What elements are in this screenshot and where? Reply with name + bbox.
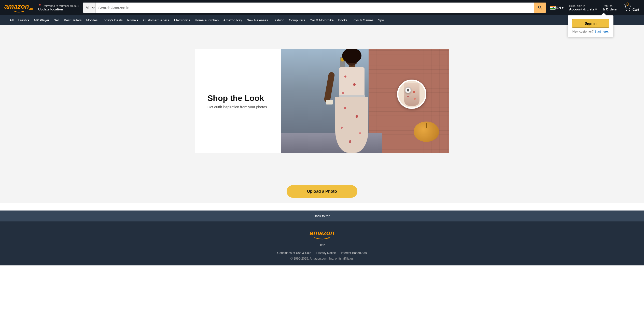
- upload-section: Upload a Photo: [0, 177, 644, 203]
- footer-logo: amazon: [310, 229, 334, 237]
- upload-photo-button[interactable]: Upload a Photo: [287, 185, 357, 198]
- nav-item-sell[interactable]: Sell: [51, 17, 62, 24]
- nav-item-more[interactable]: Spo...: [376, 17, 389, 24]
- lang-arrow: ▾: [562, 6, 564, 10]
- nav-item-new-releases[interactable]: New Releases: [244, 17, 270, 24]
- logo-text: amazon: [4, 3, 29, 10]
- nav-item-books[interactable]: Books: [336, 17, 350, 24]
- footer-copyright: © 1996-2025, Amazon.com, Inc. or its aff…: [0, 257, 644, 260]
- person-head: [345, 52, 358, 66]
- account-greeting: Hello, sign in: [569, 4, 597, 7]
- nav-item-mobiles[interactable]: Mobiles: [84, 17, 100, 24]
- dot-inner-1: [407, 89, 409, 92]
- nav-item-mx[interactable]: MX Player: [32, 17, 51, 24]
- cart-count: 0: [626, 2, 629, 7]
- person-figure: [329, 52, 375, 153]
- nav-item-prime[interactable]: Prime ▾: [125, 17, 141, 24]
- cart-area[interactable]: 0 Cart: [621, 1, 641, 14]
- logo-suffix: .in: [29, 6, 33, 10]
- location-top: 📍 Delivering to Mumbai 400001: [38, 4, 79, 7]
- back-to-top-bar[interactable]: Back to top: [0, 211, 644, 221]
- account-lists: Account & Lists ▾: [569, 7, 597, 11]
- amazon-logo[interactable]: amazon .in: [3, 1, 34, 14]
- india-flag: [550, 6, 556, 10]
- shop-container: Shop the Look Get outfit inspiration fro…: [161, 49, 483, 153]
- nav-item-computers[interactable]: Computers: [287, 17, 307, 24]
- cart-label: Cart: [633, 8, 639, 11]
- footer-links: Conditions of Use & Sale Privacy Notice …: [0, 251, 644, 255]
- search-input[interactable]: [96, 3, 534, 13]
- product-dot-1[interactable]: [405, 87, 411, 93]
- footer-conditions-link[interactable]: Conditions of Use & Sale: [277, 251, 311, 255]
- person-watch: [326, 100, 333, 104]
- nav-item-fresh[interactable]: Fresh ▾: [16, 17, 32, 24]
- nav-item-deals[interactable]: Today's Deals: [100, 17, 125, 24]
- footer-smile: [312, 237, 332, 240]
- nav-item-fashion[interactable]: Fashion: [270, 17, 287, 24]
- start-here-link[interactable]: Start here.: [594, 30, 609, 33]
- search-icon: [538, 5, 543, 10]
- footer-help-link[interactable]: Help: [319, 243, 326, 247]
- person-skirt: [335, 97, 368, 153]
- location-update: Update location: [38, 7, 79, 11]
- footer-ads-link[interactable]: Interest-Based Ads: [341, 251, 367, 255]
- returns-label: Returns: [603, 4, 617, 7]
- svg-point-1: [626, 10, 627, 11]
- account-menu[interactable]: Hello, sign in Account & Lists ▾: [567, 3, 599, 12]
- nav-item-electronics[interactable]: Electronics: [172, 17, 193, 24]
- orders-label: & Orders: [603, 7, 617, 11]
- nav-item-car[interactable]: Car & Motorbike: [307, 17, 336, 24]
- hero-image: [281, 49, 449, 153]
- new-customer-text: New customer? Start here.: [572, 30, 609, 33]
- search-category-select[interactable]: All: [83, 3, 96, 13]
- returns-area[interactable]: Returns & Orders: [601, 3, 619, 12]
- header: amazon .in 📍 Delivering to Mumbai 400001…: [0, 0, 644, 15]
- left-panel: Shop the Look Get outfit inspiration fro…: [195, 49, 281, 153]
- shop-subtitle: Get outfit inspiration from your photos: [207, 105, 267, 109]
- language-selector[interactable]: EN ▾: [548, 5, 565, 11]
- main-content: Shop the Look Get outfit inspiration fro…: [0, 25, 644, 177]
- nav-item-customer-service[interactable]: Customer Service: [141, 17, 172, 24]
- nav-item-home[interactable]: Home & Kitchen: [192, 17, 221, 24]
- nav-item-pay[interactable]: Amazon Pay: [221, 17, 244, 24]
- location-area[interactable]: 📍 Delivering to Mumbai 400001 Update loc…: [36, 3, 81, 12]
- nav-item-bestsellers[interactable]: Best Sellers: [62, 17, 84, 24]
- dress-preview-circle: [397, 80, 426, 109]
- lang-label: EN: [556, 6, 561, 10]
- dress-preview-image: [404, 83, 419, 106]
- nav-all-button[interactable]: ☰ All: [3, 17, 16, 24]
- navbar: ☰ All Fresh ▾ MX Player Sell Best Seller…: [0, 15, 644, 25]
- footer-privacy-link[interactable]: Privacy Notice: [316, 251, 336, 255]
- person-hair: [342, 49, 361, 63]
- signin-popup: Sign in New customer? Start here.: [568, 15, 613, 37]
- search-bar: All: [83, 3, 546, 13]
- handbag: [414, 122, 439, 146]
- svg-point-2: [629, 10, 630, 11]
- nav-item-toys[interactable]: Toys & Games: [350, 17, 376, 24]
- search-button[interactable]: [534, 3, 546, 13]
- signin-popup-button[interactable]: Sign in: [572, 19, 609, 28]
- footer: amazon Help Conditions of Use & Sale Pri…: [0, 221, 644, 265]
- shop-title: Shop the Look: [207, 94, 264, 103]
